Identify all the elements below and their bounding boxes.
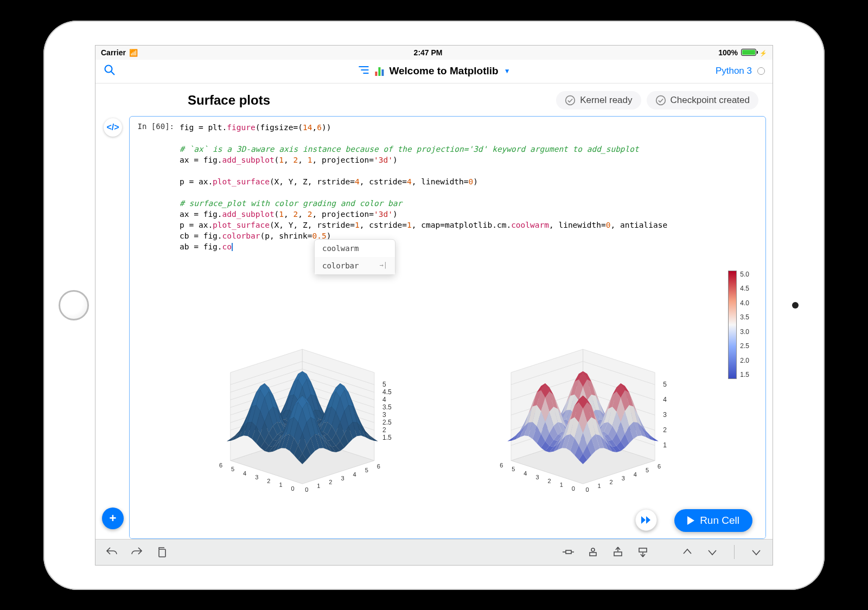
svg-text:6: 6 — [500, 462, 503, 468]
play-icon — [687, 516, 694, 525]
svg-rect-707 — [590, 553, 596, 556]
move-cell-down-button[interactable] — [636, 545, 649, 558]
home-button[interactable] — [59, 290, 89, 320]
carrier-label: Carrier — [101, 48, 126, 57]
svg-text:1: 1 — [663, 441, 667, 448]
cell-type-badge[interactable]: </> — [104, 118, 122, 137]
app-logo-icon — [375, 66, 384, 76]
autocomplete-item[interactable]: coolwarm — [315, 240, 395, 257]
svg-text:4: 4 — [634, 471, 637, 477]
svg-text:3: 3 — [341, 474, 344, 481]
svg-text:6: 6 — [658, 463, 661, 470]
svg-rect-702 — [159, 549, 165, 557]
svg-text:0: 0 — [291, 485, 294, 492]
undo-button[interactable] — [105, 545, 118, 558]
kernel-ready-pill: Kernel ready — [556, 91, 641, 110]
svg-text:6: 6 — [377, 463, 380, 470]
svg-text:5: 5 — [646, 467, 649, 473]
svg-text:3: 3 — [382, 410, 386, 418]
svg-text:4: 4 — [243, 470, 246, 476]
checkpoint-label: Checkpoint created — [671, 95, 750, 106]
svg-text:0: 0 — [572, 485, 575, 492]
svg-point-0 — [105, 66, 112, 73]
checkpoint-pill: Checkpoint created — [647, 91, 758, 110]
svg-text:3: 3 — [255, 473, 258, 480]
svg-text:5: 5 — [663, 380, 667, 388]
section-title: Surface plots — [188, 93, 270, 108]
svg-text:1: 1 — [598, 482, 601, 489]
battery-icon — [741, 49, 756, 56]
code-cell[interactable]: In [60]: fig = plt.figure(figsize=(14,6)… — [129, 116, 766, 539]
svg-text:2: 2 — [382, 426, 386, 433]
svg-text:4: 4 — [663, 395, 667, 403]
ipad-frame: Carrier 2:47 PM 100% Welco — [43, 21, 825, 590]
svg-text:4.5: 4.5 — [382, 388, 392, 395]
prev-cell-button[interactable] — [681, 545, 694, 558]
svg-text:2.5: 2.5 — [382, 418, 392, 426]
ios-status-bar: Carrier 2:47 PM 100% — [95, 46, 773, 60]
svg-rect-708 — [614, 552, 622, 556]
kernel-ready-label: Kernel ready — [580, 95, 632, 106]
indent-button[interactable] — [561, 545, 575, 558]
svg-text:3: 3 — [622, 474, 625, 481]
title-dropdown-icon[interactable]: ▼ — [504, 67, 510, 75]
search-icon[interactable] — [103, 63, 116, 79]
svg-point-5 — [566, 95, 575, 105]
run-cell-button[interactable]: Run Cell — [674, 509, 752, 532]
redo-button[interactable] — [130, 545, 143, 558]
run-cell-label: Run Cell — [700, 515, 739, 526]
svg-text:1: 1 — [279, 481, 282, 487]
svg-text:1.5: 1.5 — [382, 433, 392, 441]
document-title[interactable]: Welcome to Matplotlib — [389, 65, 498, 77]
svg-text:2: 2 — [663, 426, 667, 433]
screen: Carrier 2:47 PM 100% Welco — [95, 45, 773, 566]
charging-icon — [760, 48, 767, 57]
autocomplete-label: coolwarm — [322, 244, 359, 253]
svg-text:5: 5 — [512, 466, 515, 472]
svg-text:2: 2 — [267, 477, 270, 484]
title-bar: Welcome to Matplotlib ▼ Python 3 — [95, 60, 773, 84]
svg-text:2: 2 — [548, 477, 551, 484]
run-all-below-button[interactable] — [635, 509, 657, 531]
svg-text:5: 5 — [382, 380, 386, 388]
collapse-keyboard-button[interactable] — [750, 545, 763, 558]
svg-text:4: 4 — [524, 470, 527, 476]
svg-text:1: 1 — [317, 482, 320, 489]
code-editor[interactable]: fig = plt.figure(figsize=(14,6)) # `ax` … — [177, 117, 765, 254]
cell-settings-button[interactable] — [586, 545, 599, 558]
clock: 2:47 PM — [414, 48, 443, 57]
colorbar-gradient — [728, 271, 737, 379]
svg-text:3.5: 3.5 — [382, 403, 392, 410]
autocomplete-popup[interactable]: coolwarm colorbar →| — [314, 239, 395, 275]
copy-button[interactable] — [155, 545, 168, 558]
svg-text:4: 4 — [353, 471, 356, 477]
svg-text:5: 5 — [231, 466, 234, 472]
autocomplete-item[interactable]: colorbar →| — [315, 257, 395, 274]
svg-text:3: 3 — [663, 410, 667, 418]
kernel-status-icon — [757, 67, 765, 75]
cell-output: 1.522.533.544.5501234560123456 123450123… — [130, 254, 765, 538]
section-header: Surface plots Kernel ready Checkpoint cr… — [95, 84, 773, 116]
add-cell-button[interactable]: + — [102, 508, 124, 529]
autocomplete-insert-icon: →| — [380, 261, 387, 270]
svg-text:3: 3 — [535, 473, 539, 480]
autocomplete-label: colorbar — [322, 261, 359, 270]
colorbar: 5.04.54.03.53.02.52.01.5 — [725, 260, 749, 533]
svg-point-706 — [591, 548, 595, 551]
next-cell-button[interactable] — [706, 545, 719, 558]
outline-icon[interactable] — [358, 65, 369, 78]
cell-prompt: In [60]: — [130, 117, 177, 254]
svg-text:0: 0 — [585, 486, 589, 493]
surface-plot-right: 1234501234560123456 5.04.54.03.53.02.52.… — [480, 260, 749, 533]
svg-text:2: 2 — [610, 478, 613, 485]
svg-text:4: 4 — [382, 395, 386, 403]
svg-point-6 — [656, 95, 665, 105]
battery-pct: 100% — [718, 48, 738, 57]
notebook-content: Surface plots Kernel ready Checkpoint cr… — [95, 84, 773, 539]
kernel-name[interactable]: Python 3 — [716, 66, 752, 76]
bottom-toolbar — [95, 539, 773, 565]
colorbar-ticks: 5.04.54.03.53.02.52.01.5 — [740, 271, 749, 379]
svg-line-1 — [111, 72, 114, 75]
move-cell-up-button[interactable] — [611, 545, 624, 558]
svg-text:6: 6 — [219, 462, 222, 468]
